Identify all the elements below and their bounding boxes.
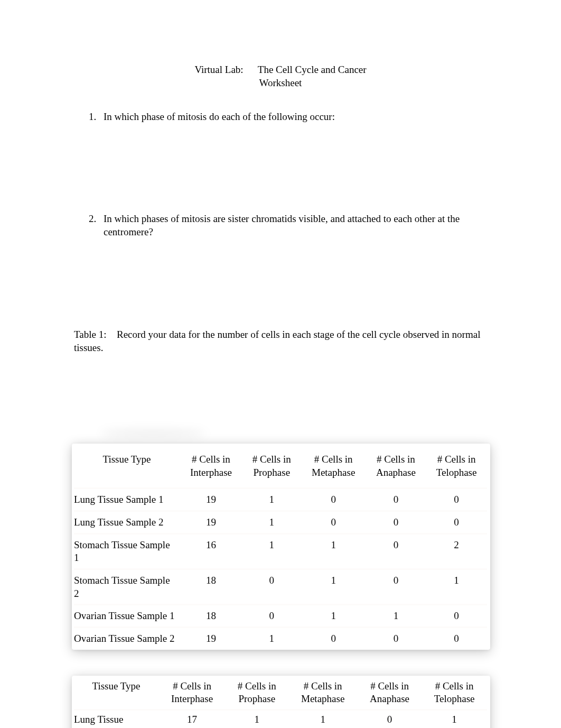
- cell-value: 1: [242, 628, 301, 648]
- col-tissue-type: Tissue Type: [74, 445, 180, 489]
- cell-value: 0: [426, 511, 487, 533]
- cell-value: 0: [366, 628, 426, 648]
- cell-value: 1: [301, 533, 366, 569]
- cell-value: 1: [242, 489, 301, 511]
- table-row: Ovarian Tissue Sample 2 19 1 0 0 0: [74, 628, 487, 648]
- cell-value: 0: [366, 489, 426, 511]
- cell-value: 19: [180, 489, 242, 511]
- col-anaphase: # Cells inAnaphase: [366, 445, 426, 489]
- cell-tissue: Ovarian Tissue Sample 2: [74, 628, 180, 648]
- cell-value: 18: [180, 605, 242, 628]
- table-row: Lung TissueSample 1 17 1 1 0 1: [74, 710, 487, 728]
- table-header-row: Tissue Type # Cells inInterphase # Cells…: [74, 677, 487, 710]
- caption-label: Table 1:: [74, 329, 106, 340]
- title-prefix: Virtual Lab:: [194, 64, 243, 75]
- cell-value: 0: [426, 489, 487, 511]
- cell-value: 0: [242, 605, 301, 628]
- cell-value: 0: [301, 628, 366, 648]
- col-metaphase: # Cells inMetaphase: [288, 677, 358, 710]
- col-interphase: # Cells inInterphase: [158, 677, 226, 710]
- cell-value: 1: [242, 511, 301, 533]
- cell-value: 0: [301, 489, 366, 511]
- col-telophase: # Cells inTelophase: [426, 445, 487, 489]
- table-row: Stomach Tissue Sample 1 16 1 1 0 2: [74, 533, 487, 569]
- col-anaphase: # Cells inAnaphase: [358, 677, 422, 710]
- col-interphase: # Cells inInterphase: [180, 445, 242, 489]
- question-text: In which phase of mitosis do each of the…: [104, 110, 487, 124]
- cell-value: 19: [180, 628, 242, 648]
- cell-value: 1: [288, 710, 358, 728]
- cell-value: 17: [158, 710, 226, 728]
- cell-value: 0: [366, 533, 426, 569]
- table-row: Stomach Tissue Sample 2 18 0 1 0 1: [74, 569, 487, 604]
- cell-tissue: Lung TissueSample 1: [74, 710, 158, 728]
- question-number: 2.: [89, 213, 104, 226]
- cell-value: 16: [180, 533, 242, 569]
- table2: Tissue Type # Cells inInterphase # Cells…: [74, 677, 487, 728]
- table1: Tissue Type # Cells inInterphase # Cells…: [74, 445, 487, 648]
- cell-tissue: Stomach Tissue Sample 2: [74, 569, 180, 604]
- col-prophase: # Cells inProphase: [242, 445, 301, 489]
- col-telophase: # Cells inTelophase: [422, 677, 487, 710]
- cell-value: 0: [426, 605, 487, 628]
- cell-value: 1: [366, 605, 426, 628]
- question-number: 1.: [89, 110, 104, 124]
- table-row: Lung Tissue Sample 2 19 1 0 0 0: [74, 511, 487, 533]
- cell-value: 0: [366, 569, 426, 604]
- cell-value: 1: [226, 710, 288, 728]
- cell-value: 0: [366, 511, 426, 533]
- col-prophase: # Cells inProphase: [226, 677, 288, 710]
- document-title: Virtual Lab: The Cell Cycle and Cancer W…: [74, 63, 487, 89]
- cell-value: 0: [242, 569, 301, 604]
- cell-value: 2: [426, 533, 487, 569]
- cell-value: 1: [301, 569, 366, 604]
- question-text: In which phases of mitosis are sister ch…: [104, 213, 487, 238]
- title-main: The Cell Cycle and Cancer: [258, 64, 367, 75]
- question-item: 2. In which phases of mitosis are sister…: [74, 213, 487, 238]
- col-tissue-type: Tissue Type: [74, 677, 158, 710]
- questions-list: 1. In which phase of mitosis do each of …: [74, 110, 487, 238]
- question-item: 1. In which phase of mitosis do each of …: [74, 110, 487, 124]
- table-row: Lung Tissue Sample 1 19 1 0 0 0: [74, 489, 487, 511]
- table1-wrap: Tissue Type # Cells inInterphase # Cells…: [74, 445, 487, 648]
- cell-value: 1: [422, 710, 487, 728]
- cell-tissue: Stomach Tissue Sample 1: [74, 533, 180, 569]
- cell-value: 0: [426, 628, 487, 648]
- cell-value: 1: [242, 533, 301, 569]
- table-header-row: Tissue Type # Cells inInterphase # Cells…: [74, 445, 487, 489]
- cell-value: 0: [358, 710, 422, 728]
- cell-value: 19: [180, 511, 242, 533]
- cell-tissue: Lung Tissue Sample 1: [74, 489, 180, 511]
- col-metaphase: # Cells inMetaphase: [301, 445, 366, 489]
- table-row: Ovarian Tissue Sample 1 18 0 1 1 0: [74, 605, 487, 628]
- cell-tissue: Lung Tissue Sample 2: [74, 511, 180, 533]
- cell-value: 1: [426, 569, 487, 604]
- table1-caption: Table 1: Record your data for the number…: [74, 328, 487, 354]
- caption-text: Record your data for the number of cells…: [74, 329, 480, 353]
- cell-value: 1: [301, 605, 366, 628]
- cell-value: 0: [301, 511, 366, 533]
- cell-tissue: Ovarian Tissue Sample 1: [74, 605, 180, 628]
- cell-value: 18: [180, 569, 242, 604]
- title-sub: Worksheet: [259, 77, 302, 88]
- table2-wrap: Tissue Type # Cells inInterphase # Cells…: [74, 677, 487, 728]
